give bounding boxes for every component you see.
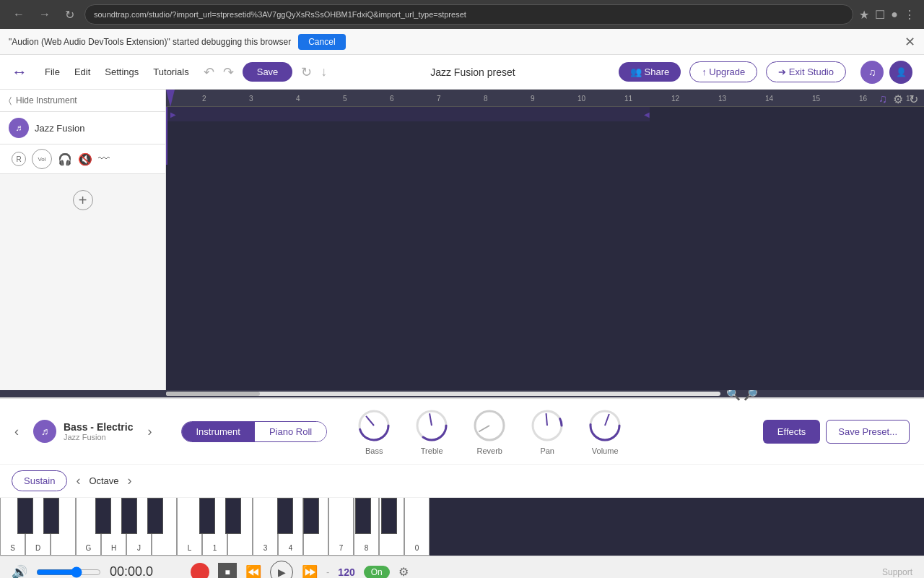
keyboard-icon: 〈: [9, 95, 12, 105]
share-button[interactable]: 👥 Share: [619, 62, 681, 82]
save-button[interactable]: Save: [243, 62, 293, 82]
rewind-button[interactable]: ⏪: [245, 564, 261, 579]
knob-area: Bass Treble: [356, 407, 623, 455]
svg-line-13: [605, 414, 609, 426]
volume-knob-wrap: Volume: [587, 407, 623, 455]
soundtrap-logo-icon: ♫: [879, 92, 887, 106]
play-button[interactable]: ▶: [270, 561, 293, 579]
pan-knob[interactable]: [529, 407, 565, 444]
transport-bar: 🔊 00:00.0 ■ ⏪ ▶ ⏩ - 120 On ⚙ Support: [0, 556, 924, 578]
undo-button[interactable]: ↶: [204, 64, 214, 80]
black-key[interactable]: [381, 498, 397, 534]
browser-bar: ← → ↻ soundtrap.com/studio/?import_url=s…: [0, 0, 924, 29]
bass-knob[interactable]: [356, 407, 392, 444]
url-bar[interactable]: soundtrap.com/studio/?import_url=stprese…: [84, 4, 853, 25]
pan-label: Pan: [540, 447, 554, 455]
treble-knob[interactable]: [414, 407, 450, 444]
on-button[interactable]: On: [364, 566, 390, 579]
volume-slider[interactable]: [36, 566, 101, 578]
tab-piano-roll[interactable]: Piano Roll: [255, 422, 326, 441]
speaker-icon[interactable]: 🔊: [12, 564, 27, 579]
studio-main: 〈 Hide Instrument ♬ Jazz Fusion R Vol 🎧 …: [0, 90, 924, 390]
black-key[interactable]: [199, 498, 215, 534]
octave-label: Octave: [89, 475, 118, 486]
exit-studio-button[interactable]: ➔ Exit Studio: [766, 61, 846, 82]
ruler-mark: 13: [718, 94, 726, 102]
scrollbar-track: [166, 392, 720, 396]
upgrade-button[interactable]: ↑ Upgrade: [689, 61, 757, 82]
nav-edit[interactable]: Edit: [74, 66, 90, 77]
octave-prev-button[interactable]: ‹: [76, 473, 80, 488]
ruler-mark: 5: [343, 94, 347, 102]
tempo-value: 120: [338, 566, 354, 578]
loop-region: ▶ ◀: [166, 107, 650, 121]
user-avatar[interactable]: 👤: [889, 61, 912, 84]
black-key[interactable]: [95, 498, 111, 534]
nav-tutorials[interactable]: Tutorials: [153, 66, 188, 77]
nav-settings[interactable]: Settings: [105, 66, 139, 77]
download-icon[interactable]: ↓: [321, 64, 327, 79]
black-key[interactable]: [277, 498, 293, 534]
close-debug-button[interactable]: ✕: [905, 34, 915, 50]
debug-bar: "Audion (Web Audio DevTools Extension)" …: [0, 29, 924, 55]
star-icon[interactable]: ★: [859, 8, 869, 22]
puzzle-icon[interactable]: ☐: [875, 8, 885, 22]
reverb-knob[interactable]: [471, 407, 507, 444]
automation-icon[interactable]: 〰: [98, 152, 110, 165]
treble-label: Treble: [421, 447, 443, 455]
menu-icon[interactable]: ⋮: [904, 8, 915, 22]
timeline-settings-icon[interactable]: ⚙: [893, 92, 903, 106]
tab-instrument[interactable]: Instrument: [182, 422, 255, 441]
volume-knob[interactable]: Vol: [32, 149, 52, 169]
nav-file[interactable]: File: [45, 66, 60, 77]
track-name: Jazz Fusion: [35, 123, 84, 134]
debug-message: "Audion (Web Audio DevTools Extension)" …: [9, 37, 291, 47]
black-key[interactable]: [355, 498, 371, 534]
profile-icon[interactable]: ●: [891, 8, 898, 22]
fast-forward-button[interactable]: ⏩: [302, 564, 318, 579]
ruler-mark: 2: [202, 94, 206, 102]
transport-settings-button[interactable]: ⚙: [398, 565, 409, 578]
forward-button[interactable]: →: [35, 5, 55, 24]
instrument-tab-group: Instrument Piano Roll: [181, 421, 328, 442]
preset-controls: Effects Save Preset...: [763, 420, 910, 444]
black-key[interactable]: [43, 498, 59, 534]
reload-button[interactable]: ↻: [61, 5, 79, 25]
sustain-button[interactable]: Sustain: [12, 470, 67, 491]
redo-button[interactable]: ↷: [223, 64, 234, 80]
next-instrument-button[interactable]: ›: [148, 424, 152, 439]
record-arm-button[interactable]: R: [12, 152, 26, 166]
soundtrap-avatar[interactable]: ♫: [860, 61, 884, 84]
hide-instrument-button[interactable]: 〈 Hide Instrument: [0, 90, 165, 112]
instrument-selector: ♬ Bass - Electric Jazz Fusion: [33, 420, 134, 443]
black-key[interactable]: [225, 498, 241, 534]
black-key[interactable]: [121, 498, 137, 534]
white-key[interactable]: L: [177, 498, 202, 556]
timeline-refresh-icon[interactable]: ↻: [909, 92, 918, 106]
volume-knob-inst[interactable]: [587, 407, 623, 444]
scrollbar-thumb[interactable]: [166, 392, 260, 396]
record-button[interactable]: [191, 563, 209, 579]
refresh-icon[interactable]: ↻: [301, 64, 312, 80]
white-key[interactable]: 7: [328, 498, 354, 556]
timeline-scrollbar: 🔍 🔎: [0, 390, 924, 397]
octave-next-button[interactable]: ›: [128, 473, 132, 488]
add-track-button[interactable]: +: [73, 190, 93, 210]
white-key[interactable]: 0: [404, 498, 430, 556]
prev-instrument-button[interactable]: ‹: [14, 424, 19, 439]
logo-button[interactable]: ↔: [12, 63, 27, 82]
black-key[interactable]: [303, 498, 319, 534]
white-key[interactable]: 3: [253, 498, 278, 556]
effects-button[interactable]: Effects: [763, 420, 821, 444]
cancel-debug-button[interactable]: Cancel: [298, 34, 345, 50]
timeline-area[interactable]: 23456789101112131415161718 ♫ ⚙ ↻ ▶ ◀: [166, 90, 924, 390]
ruler-mark: 14: [765, 94, 773, 102]
save-preset-button[interactable]: Save Preset...: [826, 420, 910, 444]
headphone-icon[interactable]: 🎧: [58, 152, 72, 166]
back-button[interactable]: ←: [9, 5, 29, 24]
treble-knob-wrap: Treble: [414, 407, 450, 455]
mute-icon[interactable]: 🔇: [78, 152, 92, 166]
black-key[interactable]: [17, 498, 33, 534]
stop-button[interactable]: ■: [218, 563, 237, 579]
black-key[interactable]: [147, 498, 163, 534]
